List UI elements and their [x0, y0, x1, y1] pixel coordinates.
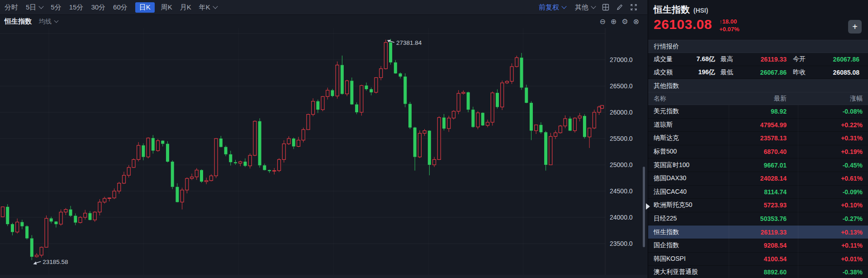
trading-app-window: 分时5日5分15分30分60分日K周K月K年K前复权其他 恒生指数 均线 ⊖⊕⚙…	[0, 0, 868, 278]
index-row-欧洲斯托克50[interactable]: 欧洲斯托克505723.93+0.10%	[648, 199, 868, 212]
index-row-标普500[interactable]: 标普5006870.40+0.19%	[648, 145, 868, 159]
candle-up	[321, 96, 324, 110]
candle-up	[462, 92, 465, 93]
index-row-法国CAC40[interactable]: 法国CAC408114.74-0.09%	[648, 186, 868, 199]
dropdown-其他[interactable]: 其他	[575, 3, 595, 12]
candle-up	[559, 126, 562, 133]
candle-up	[180, 190, 184, 202]
index-row-德国DAX30[interactable]: 德国DAX3024028.14+0.61%	[648, 172, 868, 186]
candle-up	[16, 222, 19, 232]
draw-brush-icon[interactable]	[616, 4, 623, 11]
index-change-percent: +0.11%	[787, 242, 868, 249]
period-tab-月K[interactable]: 月K	[180, 3, 191, 12]
dropdown-前复权[interactable]: 前复权	[539, 3, 566, 12]
candle-up	[287, 139, 290, 144]
candle-down	[258, 121, 261, 165]
index-name: 道琼斯	[648, 121, 729, 129]
quote-label: 成交量	[654, 55, 673, 63]
candle-up	[297, 140, 300, 146]
candle-down	[142, 145, 145, 157]
index-row-道琼斯[interactable]: 道琼斯47954.99+0.22%	[648, 119, 868, 132]
y-axis-tick-label: 25000.0	[610, 161, 633, 168]
index-last-value: 23578.13	[729, 134, 787, 142]
period-tab-日K[interactable]: 日K	[135, 2, 155, 13]
period-toolbar: 分时5日5分15分30分60分日K周K月K年K前复权其他	[0, 0, 647, 15]
fullscreen-icon[interactable]	[630, 4, 637, 11]
period-tab-周K[interactable]: 周K	[161, 3, 172, 12]
y-axis-tick-label: 27000.0	[610, 56, 633, 63]
candle-up	[384, 43, 387, 69]
index-row-韩国KOSPI[interactable]: 韩国KOSPI4100.54+0.01%	[648, 253, 868, 266]
index-name: 澳大利亚普通股	[648, 268, 729, 276]
candle-down	[544, 132, 547, 165]
candlestick-chart[interactable]: 27000.026500.026000.025500.025000.024500…	[0, 28, 647, 278]
period-tab-30分[interactable]: 30分	[91, 3, 105, 12]
candle-up	[248, 155, 251, 166]
column-divider	[798, 105, 798, 278]
toolbar-right-group: 前复权其他	[530, 3, 637, 12]
candle-up	[515, 58, 518, 67]
y-axis-tick-label: 25500.0	[610, 135, 633, 142]
index-row-澳大利亚普通股[interactable]: 澳大利亚普通股8892.60-0.38%	[648, 266, 868, 278]
index-row-美元指数[interactable]: 美元指数98.92-0.08%	[648, 105, 868, 119]
panel-collapse-handle[interactable]	[646, 203, 650, 210]
quote-label: 成交额	[654, 68, 673, 77]
quote-cell-最高: 最高26119.33	[721, 55, 787, 63]
add-to-watchlist-button[interactable]: +	[848, 20, 862, 34]
candle-up	[433, 159, 436, 165]
candle-up	[505, 81, 508, 83]
candle-down	[394, 62, 397, 73]
quote-header: 恒生指数 (HSI) 26103.08 ↑18.00 +0.07% +	[648, 0, 868, 40]
dropdown-label: 前复权	[539, 3, 559, 12]
candle-down	[224, 147, 228, 154]
index-row-日经225[interactable]: 日经22550353.76-0.27%	[648, 212, 868, 226]
close-icon[interactable]: ⊗	[633, 18, 639, 25]
quote-label: 最高	[721, 55, 733, 63]
period-tab-label: 5分	[51, 3, 61, 12]
candle-up	[157, 141, 160, 151]
quote-cell-昨收: 昨收26085.08	[793, 68, 859, 77]
candle-up	[132, 159, 135, 167]
candle-up	[79, 217, 82, 223]
layout-grid-icon[interactable]	[602, 4, 609, 11]
index-row-英国富时100[interactable]: 英国富时1009667.01-0.45%	[648, 158, 868, 172]
price-change-percent: +0.07%	[719, 25, 739, 33]
price-change: ↑18.00	[719, 18, 739, 25]
candle-up	[593, 112, 596, 128]
index-name: 英国富时100	[648, 161, 729, 169]
col-header-name: 名称	[648, 95, 729, 103]
candle-down	[481, 113, 484, 125]
index-change-percent: +0.31%	[787, 134, 868, 142]
settings-gear-icon[interactable]: ⚙	[621, 18, 628, 25]
period-tab-15分[interactable]: 15分	[69, 3, 84, 12]
time-axis-strip	[0, 275, 647, 278]
index-row-纳斯达克[interactable]: 纳斯达克23578.13+0.31%	[648, 132, 868, 145]
index-change-percent: +0.01%	[787, 255, 868, 263]
period-tab-分时[interactable]: 分时	[5, 3, 18, 12]
candle-up	[205, 181, 208, 182]
zoom-out-icon[interactable]: ⊖	[599, 18, 605, 25]
col-header-change: 涨幅	[787, 95, 868, 103]
candle-up	[147, 138, 150, 157]
index-name: 恒生指数	[648, 228, 729, 236]
ma-overlay-dropdown[interactable]: 均线	[39, 18, 58, 26]
candle-down	[370, 89, 373, 92]
period-tab-5分[interactable]: 5分	[51, 3, 61, 12]
index-name: 美元指数	[648, 107, 729, 115]
zoom-in-icon[interactable]: ⊕	[611, 18, 617, 25]
candle-down	[355, 105, 358, 112]
candle-down	[520, 58, 523, 87]
index-name: 日经225	[648, 215, 729, 223]
candle-up	[307, 115, 310, 130]
period-tab-5日[interactable]: 5日	[26, 3, 43, 12]
panel-scrollbar[interactable]	[643, 167, 645, 247]
index-row-国企指数[interactable]: 国企指数9208.54+0.11%	[648, 239, 868, 253]
index-symbol: (HSI)	[693, 7, 708, 14]
period-tab-年K[interactable]: 年K	[199, 3, 217, 12]
period-tab-60分[interactable]: 60分	[113, 3, 128, 12]
candle-up	[336, 65, 339, 96]
candle-up	[185, 178, 189, 190]
index-row-恒生指数[interactable]: 恒生指数26119.33+0.13%	[648, 225, 868, 239]
candle-down	[442, 118, 446, 129]
dropdown-label: 其他	[575, 3, 588, 12]
